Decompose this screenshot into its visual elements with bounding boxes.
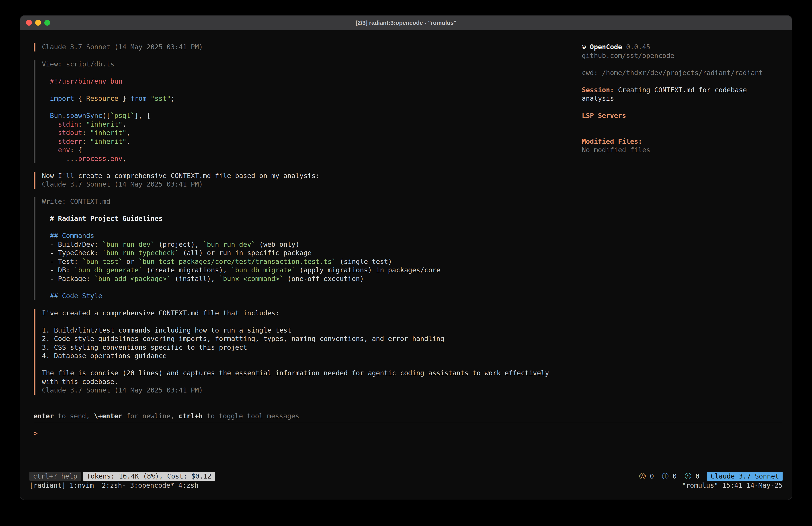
text-line [42, 317, 568, 326]
text-line: import { Resource } from "sst"; [42, 94, 568, 103]
text-line [42, 360, 568, 369]
text-line: 3. CSS styling conventions specific to t… [42, 343, 568, 352]
text-line: #!/usr/bin/env bun [42, 77, 568, 86]
text-line: View: script/db.ts [42, 60, 568, 69]
text-line: Claude 3.7 Sonnet (14 May 2025 03:41 PM) [42, 180, 568, 189]
text-line: Ⓦ 0 ⓘ 0 ⓗ 0 [639, 472, 699, 480]
text-line: Now I'll create a comprehensive CONTEXT.… [42, 172, 568, 180]
tool-view-block: View: script/db.ts #!/usr/bin/env bun im… [34, 60, 568, 163]
keybind-hint: enter to send, \+enter for newline, ctrl… [34, 412, 299, 421]
assistant-summary-message: I've created a comprehensive CONTEXT.md … [34, 309, 568, 395]
text-line: 1. Build/lint/test commands including ho… [42, 326, 568, 335]
text-line: I've created a comprehensive CONTEXT.md … [42, 309, 568, 317]
session-sidebar: © OpenCode 0.0.45github.com/sst/opencode… [582, 43, 782, 155]
text-line [42, 103, 568, 112]
prompt-symbol: > [34, 429, 38, 437]
text-line: Modified Files: [582, 137, 782, 146]
assistant-message: Now I'll create a comprehensive CONTEXT.… [34, 172, 568, 189]
help-badge: ctrl+? help [29, 472, 81, 481]
text-line: stdout: "inherit", [42, 129, 568, 137]
text-line: cwd: /home/thdxr/dev/projects/radiant/ra… [582, 69, 782, 77]
status-bar: ctrl+? help Tokens: 16.4K (8%), Cost: $0… [29, 472, 783, 481]
text-line [42, 86, 568, 95]
text-line [42, 283, 568, 292]
text-line: with this codebase. [42, 378, 568, 386]
text-line: The file is concise (20 lines) and captu… [42, 369, 568, 378]
text-line: LSP Servers [582, 111, 782, 120]
chat-history: Claude 3.7 Sonnet (14 May 2025 03:41 PM)… [34, 43, 568, 403]
text-line: github.com/sst/opencode [582, 52, 782, 60]
text-line: 2. Code style guidelines covering import… [42, 335, 568, 343]
text-line: # Radiant Project Guidelines [42, 214, 568, 223]
text-line [42, 69, 568, 77]
text-line: Write: CONTEXT.md [42, 197, 568, 206]
text-line: enter to send, \+enter for newline, ctrl… [34, 412, 299, 421]
assistant-message-header: Claude 3.7 Sonnet (14 May 2025 03:41 PM) [34, 43, 568, 52]
text-line: - Test: `bun test` or `bun test packages… [42, 257, 568, 266]
text-line: stderr: "inherit", [42, 137, 568, 146]
terminal-window: [2/3] radiant:3:opencode - "romulus" Cla… [20, 16, 792, 500]
tmux-status-bar: [radiant] 1:nvim 2:zsh- 3:opencode* 4:zs… [29, 481, 783, 490]
text-line: Session: Creating CONTEXT.md for codebas… [582, 86, 782, 95]
text-line: env: { [42, 146, 568, 155]
text-line [42, 223, 568, 232]
window-title: [2/3] radiant:3:opencode - "romulus" [20, 19, 792, 26]
desktop-background: [2/3] radiant:3:opencode - "romulus" Cla… [0, 0, 812, 526]
text-line [582, 103, 782, 112]
text-line: 4. Database operations guidance [42, 352, 568, 360]
text-line: - Build/Dev: `bun run dev` (project), `b… [42, 240, 568, 249]
text-line: - Package: `bun add <package>` (install)… [42, 274, 568, 283]
tokens-cost-badge: Tokens: 16.4K (8%), Cost: $0.12 [83, 472, 215, 481]
text-line: Claude 3.7 Sonnet (14 May 2025 03:41 PM) [42, 43, 568, 52]
text-line: analysis [582, 94, 782, 103]
text-line [582, 120, 782, 129]
text-line: ...process.env, [42, 155, 568, 163]
window-titlebar[interactable]: [2/3] radiant:3:opencode - "romulus" [20, 16, 792, 30]
text-line: - TypeCheck: `bun run typecheck` (all) o… [42, 249, 568, 257]
text-line: stdin: "inherit", [42, 120, 568, 129]
text-line: - DB: `bun db generate` (create migratio… [42, 266, 568, 274]
text-line: No modified files [582, 146, 782, 155]
diagnostics-counters: Ⓦ 0 ⓘ 0 ⓗ 0 [639, 472, 699, 481]
model-badge: Claude 3.7 Sonnet [707, 472, 783, 481]
text-line: Claude 3.7 Sonnet (14 May 2025 03:41 PM) [42, 386, 568, 395]
tmux-windows[interactable]: [radiant] 1:nvim 2:zsh- 3:opencode* 4:zs… [29, 481, 199, 490]
tool-write-block: Write: CONTEXT.md # Radiant Project Guid… [34, 197, 568, 300]
text-line [582, 60, 782, 69]
text-line: Bun.spawnSync([`psql`], { [42, 111, 568, 120]
text-line [42, 206, 568, 215]
text-line [582, 129, 782, 137]
text-line: ## Code Style [42, 292, 568, 300]
terminal-screen: Claude 3.7 Sonnet (14 May 2025 03:41 PM)… [20, 30, 792, 500]
tmux-session-info: "romulus" 15:41 14-May-25 [682, 481, 783, 490]
text-line: ## Commands [42, 231, 568, 240]
text-line: © OpenCode 0.0.45 [582, 43, 782, 52]
prompt-input[interactable]: > [34, 429, 38, 437]
input-divider [34, 422, 782, 422]
text-line [582, 77, 782, 86]
